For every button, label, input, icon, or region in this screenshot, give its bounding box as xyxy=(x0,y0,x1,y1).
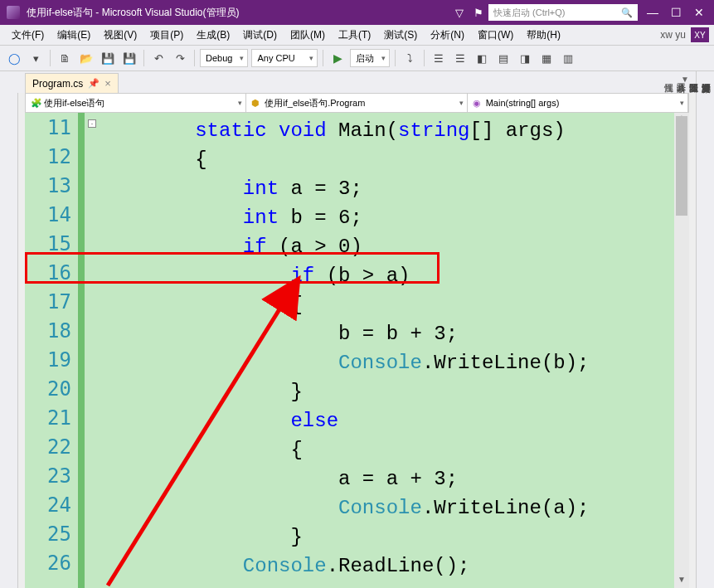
team-explorer-tab[interactable]: 团队资源管理器 xyxy=(687,76,700,573)
menu-help[interactable]: 帮助(H) xyxy=(520,26,567,45)
indent-button[interactable]: ▤ xyxy=(494,49,512,67)
quick-launch-placeholder: 快速启动 (Ctrl+Q) xyxy=(493,7,565,19)
run-button[interactable]: 启动 xyxy=(350,49,390,67)
user-name[interactable]: xw yu xyxy=(660,29,686,41)
code-area[interactable]: static void Main(string[] args) { int a … xyxy=(100,113,674,588)
title-bar: 使用if-else语句 - Microsoft Visual Studio(管理… xyxy=(0,0,714,25)
nav-scope-combo[interactable]: 🧩使用if-else语句 xyxy=(26,94,246,112)
save-all-button[interactable]: 💾 xyxy=(120,49,138,67)
close-button[interactable]: ✕ xyxy=(691,6,707,19)
config-combo[interactable]: Debug xyxy=(200,49,248,67)
line-number-gutter: 11 12 13 14 15 16 17 18 19 20 21 22 23 2… xyxy=(25,113,78,588)
outline-collapse-icon[interactable]: - xyxy=(88,119,96,128)
menu-analyze[interactable]: 分析(N) xyxy=(424,26,471,45)
comment-button[interactable]: ☰ xyxy=(430,49,448,67)
line-number: 26 xyxy=(30,552,71,575)
line-number: 19 xyxy=(30,348,71,372)
menu-tools[interactable]: 工具(T) xyxy=(332,26,377,45)
document-tabs: Program.cs 📌 × xyxy=(0,71,714,93)
search-icon: 🔍 xyxy=(621,7,633,18)
save-button[interactable]: 💾 xyxy=(99,49,117,67)
platform-combo[interactable]: Any CPU xyxy=(251,49,318,67)
menu-build[interactable]: 生成(B) xyxy=(190,26,236,45)
line-number: 12 xyxy=(30,145,71,168)
feedback-icon[interactable]: ⚑ xyxy=(474,7,483,19)
menu-window[interactable]: 窗口(W) xyxy=(471,26,520,45)
menu-team[interactable]: 团队(M) xyxy=(284,26,332,45)
scroll-down-icon[interactable]: ▼ xyxy=(674,575,689,588)
nav-method-combo[interactable]: ◉Main(string[] args) xyxy=(468,94,688,112)
nav-fwd-button[interactable]: ▾ xyxy=(27,49,45,67)
line-number: 25 xyxy=(30,522,71,546)
bookmark-button[interactable]: ◧ xyxy=(473,49,491,67)
run-icon[interactable]: ▶ xyxy=(328,49,347,67)
menu-debug[interactable]: 调试(D) xyxy=(236,26,284,45)
toolbar: ◯ ▾ 🗎 📂 💾 💾 ↶ ↷ Debug Any CPU ▶ 启动 ⤵ ☰ ☰… xyxy=(0,45,714,71)
line-number: 21 xyxy=(30,406,71,430)
nav-class-combo[interactable]: ⬢使用if_else语句.Program xyxy=(246,94,467,112)
line-number: 24 xyxy=(30,493,71,517)
outline-gutter: - xyxy=(85,113,100,588)
line-number: 14 xyxy=(30,203,71,226)
line-number: 23 xyxy=(30,464,71,488)
nav-back-button[interactable]: ◯ xyxy=(5,49,23,67)
user-badge[interactable]: XY xyxy=(691,27,709,42)
menu-bar: 文件(F) 编辑(E) 视图(V) 项目(P) 生成(B) 调试(D) 团队(M… xyxy=(0,25,714,45)
open-button[interactable]: 📂 xyxy=(77,49,95,67)
undo-button[interactable]: ↶ xyxy=(149,49,168,67)
line-number: 20 xyxy=(30,377,71,401)
menu-edit[interactable]: 编辑(E) xyxy=(51,26,97,45)
menu-project[interactable]: 项目(P) xyxy=(143,26,190,45)
line-number: 13 xyxy=(30,174,71,197)
line-number: 18 xyxy=(30,319,71,343)
vs-logo-icon xyxy=(7,6,20,19)
maximize-button[interactable]: ☐ xyxy=(668,6,684,19)
line-number: 11 xyxy=(30,116,71,139)
toggle-button[interactable]: ▦ xyxy=(537,49,556,67)
tab-close-icon[interactable]: × xyxy=(104,77,111,90)
format-button[interactable]: ▥ xyxy=(559,49,577,67)
menu-file[interactable]: 文件(F) xyxy=(5,26,51,45)
toolbox-panel-tab[interactable]: 工具箱 xyxy=(0,71,18,588)
code-nav-bar: 🧩使用if-else语句 ⬢使用if_else语句.Program ◉Main(… xyxy=(25,93,689,113)
new-project-button[interactable]: 🗎 xyxy=(56,49,74,67)
line-number: 15 xyxy=(30,232,71,255)
scrollbar-thumb[interactable] xyxy=(676,116,687,216)
window-title: 使用if-else语句 - Microsoft Visual Studio(管理… xyxy=(27,6,240,20)
line-number: 16 xyxy=(30,261,71,284)
vertical-scrollbar[interactable]: ▲ ▼ xyxy=(674,113,689,588)
step-button[interactable]: ⤵ xyxy=(401,49,419,67)
tab-label: Program.cs xyxy=(32,78,83,90)
menu-view[interactable]: 视图(V) xyxy=(97,26,143,45)
line-number: 17 xyxy=(30,290,71,313)
minimize-button[interactable]: — xyxy=(644,6,661,19)
outdent-button[interactable]: ◨ xyxy=(516,49,534,67)
line-number: 22 xyxy=(30,435,71,459)
menu-test[interactable]: 测试(S) xyxy=(377,26,424,45)
solution-explorer-tab[interactable]: 解决方案资源管理器 xyxy=(700,76,712,573)
right-panel-tabs: 解决方案资源管理器 团队资源管理器 诊断工具 属性 xyxy=(696,71,714,588)
tab-program-cs[interactable]: Program.cs 📌 × xyxy=(25,73,119,93)
redo-button[interactable]: ↷ xyxy=(171,49,189,67)
change-indicator xyxy=(78,113,85,588)
code-editor[interactable]: 11 12 13 14 15 16 17 18 19 20 21 22 23 2… xyxy=(25,113,689,588)
uncomment-button[interactable]: ☰ xyxy=(451,49,469,67)
quick-launch-input[interactable]: 快速启动 (Ctrl+Q) 🔍 xyxy=(488,4,638,21)
pin-icon[interactable]: 📌 xyxy=(88,78,100,89)
notifications-icon[interactable]: ▽ xyxy=(455,7,464,19)
